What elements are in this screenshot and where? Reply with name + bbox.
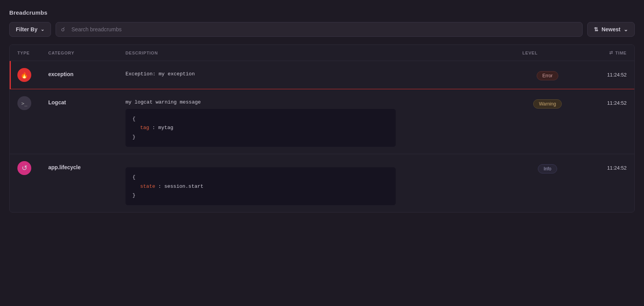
time-cell: 11:24:52	[573, 96, 627, 106]
category-cell: exception	[48, 68, 125, 77]
category-cell: Logcat	[48, 96, 125, 105]
filter-button[interactable]: Filter By ⌄	[9, 22, 51, 37]
col-header-time: ⇄ TIME	[573, 50, 627, 55]
col-header-type: TYPE	[17, 50, 48, 55]
category-cell: app.lifecycle	[48, 161, 125, 170]
sort-icon: ⇅	[594, 26, 598, 32]
col-header-level: LEVEL	[522, 50, 573, 55]
description-cell: Exception: my exception	[125, 68, 522, 81]
page-title: Breadcrumbs	[9, 9, 635, 16]
table-header: TYPE CATEGORY DESCRIPTION LEVEL ⇄ TIME	[10, 45, 634, 61]
time-cell: 11:24:52	[573, 161, 627, 171]
status-badge: Error	[537, 71, 559, 80]
type-cell: ↺	[17, 161, 48, 175]
status-badge: Info	[538, 164, 557, 173]
level-cell: Error	[522, 68, 573, 80]
lifecycle-icon: ↺	[17, 161, 31, 175]
code-block: { state : session.start }	[125, 167, 396, 205]
col-header-description: DESCRIPTION	[125, 50, 522, 55]
exception-icon: 🔥	[17, 68, 31, 82]
chevron-down-icon: ⌄	[41, 27, 44, 32]
chevron-down-icon: ⌄	[624, 26, 628, 32]
logcat-icon: >_	[17, 96, 31, 110]
description-cell: { state : session.start }	[125, 161, 522, 205]
description-text: Exception: my exception	[125, 71, 522, 77]
status-badge: Warning	[533, 99, 562, 109]
search-container: ☌	[56, 22, 583, 37]
search-icon: ☌	[61, 26, 65, 33]
type-cell: 🔥	[17, 68, 48, 82]
time-sort-icon: ⇄	[609, 50, 613, 55]
type-cell: >_	[17, 96, 48, 110]
description-cell: my logcat warning message { tag : mytag …	[125, 96, 522, 147]
table-row[interactable]: ↺ app.lifecycle { state : session.start …	[10, 154, 634, 212]
level-cell: Warning	[522, 96, 573, 109]
col-header-category: CATEGORY	[48, 50, 125, 55]
time-cell: 11:24:52	[573, 68, 627, 78]
search-input[interactable]	[56, 22, 583, 37]
table-row[interactable]: >_ Logcat my logcat warning message { ta…	[10, 89, 634, 154]
sort-button[interactable]: ⇅ Newest ⌄	[587, 22, 635, 37]
breadcrumbs-table: TYPE CATEGORY DESCRIPTION LEVEL ⇄ TIME 🔥…	[9, 44, 635, 212]
table-row[interactable]: 🔥 exception Exception: my exception Erro…	[10, 61, 634, 89]
code-block: { tag : mytag }	[125, 109, 396, 147]
filter-label: Filter By	[16, 26, 37, 32]
level-cell: Info	[522, 161, 573, 173]
toolbar: Filter By ⌄ ☌ ⇅ Newest ⌄	[9, 22, 635, 37]
description-text: my logcat warning message	[125, 99, 522, 105]
sort-label: Newest	[602, 26, 620, 32]
